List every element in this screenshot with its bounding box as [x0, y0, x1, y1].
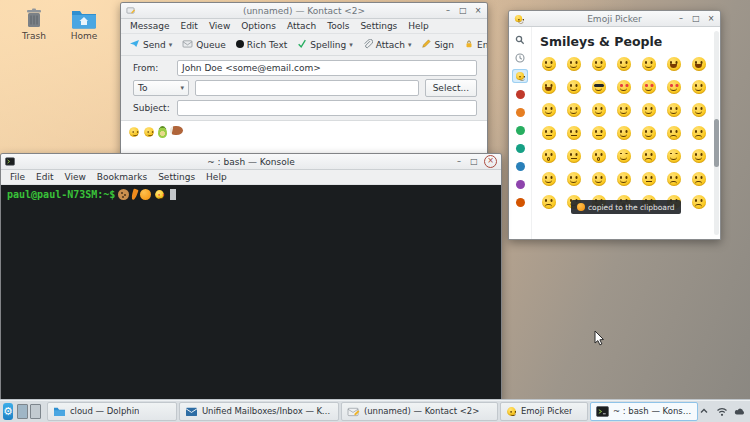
category-travel-places[interactable]	[512, 141, 528, 155]
emoji-cell[interactable]	[661, 144, 686, 167]
emoji-cell[interactable]	[611, 98, 636, 121]
emoji-cell[interactable]	[536, 121, 561, 144]
emoji-cell[interactable]	[661, 75, 686, 98]
emoji-cell[interactable]	[586, 75, 611, 98]
menu-item-view[interactable]: View	[60, 170, 91, 184]
emoji-cell[interactable]	[586, 121, 611, 144]
menu-item-help[interactable]: Help	[201, 170, 232, 184]
emoji-cell[interactable]	[586, 52, 611, 75]
category-activities[interactable]	[512, 123, 528, 137]
emoji-cell[interactable]	[536, 190, 561, 213]
emoji-cell[interactable]	[686, 144, 711, 167]
scrollbar-thumb[interactable]	[714, 119, 719, 167]
emoji-cell[interactable]	[636, 167, 661, 190]
cloud-sync-icon[interactable]	[734, 405, 747, 418]
emoji-cell[interactable]	[686, 52, 711, 75]
menu-item-help[interactable]: Help	[403, 19, 434, 33]
emoji-cell[interactable]	[536, 75, 561, 98]
expand-arrow-icon[interactable]	[698, 405, 711, 418]
emoji-cell[interactable]	[611, 167, 636, 190]
emoji-cell[interactable]	[686, 167, 711, 190]
desktop-2[interactable]	[30, 404, 41, 419]
category-animals-nature[interactable]	[512, 87, 528, 101]
emoji-cell[interactable]	[636, 98, 661, 121]
toolbar-button-rich-text[interactable]: Rich Text	[232, 38, 291, 52]
menu-item-bookmarks[interactable]: Bookmarks	[92, 170, 152, 184]
network-icon[interactable]	[716, 405, 729, 418]
menu-item-settings[interactable]: Settings	[153, 170, 200, 184]
emoji-cell[interactable]	[636, 144, 661, 167]
emoji-cell[interactable]	[561, 167, 586, 190]
menu-item-edit[interactable]: Edit	[175, 19, 202, 33]
emoji-cell[interactable]	[661, 167, 686, 190]
emoji-cell[interactable]	[686, 190, 711, 213]
emoji-cell[interactable]	[536, 167, 561, 190]
task-button-unnamed-kontact-2[interactable]: (unnamed) — Kontact <2>	[341, 402, 498, 421]
konsole-titlebar[interactable]: ~ : bash — Konsole	[1, 154, 501, 170]
emoji-cell[interactable]	[636, 52, 661, 75]
menu-item-message[interactable]: Message	[125, 19, 174, 33]
minimize-icon[interactable]	[443, 6, 453, 16]
menu-item-options[interactable]: Options	[236, 19, 281, 33]
category-search[interactable]	[512, 33, 528, 47]
virtual-desktop-pager[interactable]	[17, 404, 41, 419]
emoji-cell[interactable]	[561, 144, 586, 167]
task-button-bash-konsole[interactable]: ~ : bash — Konsole	[590, 402, 698, 421]
task-button-unified-mailboxes-inbox-ko[interactable]: Unified Mailboxes/Inbox — Ko...	[179, 402, 339, 421]
task-button-emoji-picker[interactable]: Emoji Picker	[500, 402, 588, 421]
terminal-area[interactable]: paul@paul-N73SM:~$	[1, 185, 501, 401]
emoji-cell[interactable]	[561, 52, 586, 75]
toolbar-button-queue[interactable]: Queue	[178, 37, 230, 52]
menu-item-file[interactable]: File	[5, 170, 30, 184]
picker-scrollbar[interactable]	[714, 31, 719, 235]
maximize-icon[interactable]	[458, 6, 468, 16]
category-food-drink[interactable]	[512, 105, 528, 119]
menu-item-tools[interactable]: Tools	[322, 19, 354, 33]
toolbar-button-encrypt[interactable]: Encrypt	[460, 37, 488, 53]
emoji-cell[interactable]	[611, 52, 636, 75]
emoji-cell[interactable]	[611, 144, 636, 167]
emoji-cell[interactable]	[636, 121, 661, 144]
emoji-cell[interactable]	[686, 121, 711, 144]
task-button-cloud-dolphin[interactable]: cloud — Dolphin	[47, 402, 177, 421]
to-field[interactable]	[195, 80, 419, 96]
emoji-cell[interactable]	[636, 75, 661, 98]
emoji-cell[interactable]	[686, 98, 711, 121]
menu-item-attach[interactable]: Attach	[282, 19, 321, 33]
toolbar-button-sign[interactable]: Sign	[417, 37, 458, 53]
select-recipient-button[interactable]: Select...	[425, 79, 477, 97]
emoji-cell[interactable]	[536, 144, 561, 167]
emoji-cell[interactable]	[611, 75, 636, 98]
emoji-cell[interactable]	[661, 98, 686, 121]
toolbar-button-send[interactable]: Send▾	[125, 37, 176, 52]
emoji-cell[interactable]	[536, 98, 561, 121]
emoji-cell[interactable]	[586, 144, 611, 167]
close-icon[interactable]	[706, 14, 716, 24]
emoji-cell[interactable]	[561, 98, 586, 121]
emoji-cell[interactable]	[561, 75, 586, 98]
desktop-icon-trash[interactable]: Trash	[6, 6, 62, 41]
maximize-icon[interactable]	[469, 157, 479, 167]
category-objects[interactable]	[512, 159, 528, 173]
subject-field[interactable]	[177, 100, 477, 116]
maximize-icon[interactable]	[691, 14, 701, 24]
minimize-icon[interactable]	[454, 157, 464, 167]
emoji-cell[interactable]	[686, 75, 711, 98]
close-icon[interactable]	[473, 6, 483, 16]
desktop-1[interactable]	[17, 404, 28, 419]
category-flags[interactable]	[512, 195, 528, 209]
category-symbols[interactable]	[512, 177, 528, 191]
picker-titlebar[interactable]: Emoji Picker	[509, 11, 720, 27]
close-icon[interactable]	[484, 155, 497, 168]
category-smileys-people[interactable]	[512, 69, 528, 83]
emoji-cell[interactable]	[661, 52, 686, 75]
from-field[interactable]: John Doe <some@email.com>	[177, 60, 477, 76]
toolbar-button-attach[interactable]: Attach▾	[359, 37, 416, 53]
minimize-icon[interactable]	[676, 14, 686, 24]
category-recent[interactable]	[512, 51, 528, 65]
menu-item-view[interactable]: View	[204, 19, 235, 33]
recipient-type-combo[interactable]: To ▾	[133, 80, 189, 96]
kontact-titlebar[interactable]: (unnamed) — Kontact <2>	[121, 3, 487, 19]
menu-item-edit[interactable]: Edit	[31, 170, 58, 184]
emoji-cell[interactable]	[611, 121, 636, 144]
